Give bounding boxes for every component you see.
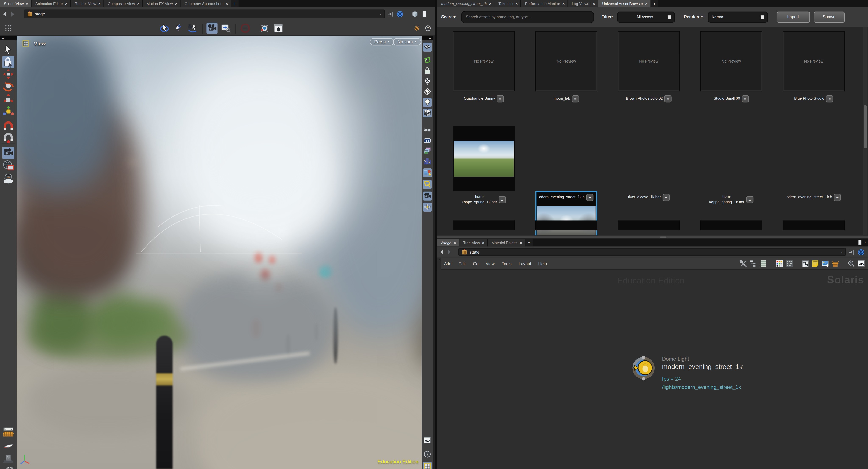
pin-icon[interactable] — [848, 248, 855, 256]
shape-palette-icon[interactable] — [785, 260, 794, 268]
camera-display-icon[interactable] — [423, 192, 432, 201]
pin-icon[interactable] — [387, 10, 394, 18]
close-tab-icon[interactable]: × — [562, 2, 565, 5]
radial-menu-icon[interactable] — [396, 10, 403, 18]
menu-tools[interactable]: Tools — [502, 261, 512, 266]
asset-menu-button[interactable]: ≡ — [586, 194, 594, 201]
panel-icon[interactable] — [857, 239, 863, 245]
info-icon[interactable]: i — [423, 450, 432, 459]
collapse-menu-icon[interactable]: ▲ — [437, 258, 441, 270]
normal-lighting-icon[interactable] — [423, 98, 432, 107]
view-mode-icon[interactable] — [187, 23, 198, 34]
asset-thumbnail[interactable] — [535, 221, 597, 231]
select-tool-icon[interactable] — [2, 44, 14, 56]
hide-ui-eye-icon[interactable] — [423, 436, 432, 445]
projection-button[interactable]: Persp▼ — [370, 38, 394, 46]
render-region-icon[interactable] — [2, 159, 14, 172]
select-mode-icon[interactable] — [159, 23, 170, 34]
asset-package-icon[interactable] — [832, 260, 839, 268]
panel-icon[interactable] — [421, 10, 428, 18]
list-layout-icon[interactable] — [760, 260, 767, 268]
background-image-icon[interactable] — [822, 260, 830, 268]
asset-menu-button[interactable]: ≡ — [834, 194, 841, 201]
menu-go[interactable]: Go — [473, 261, 478, 266]
secure-selection-icon[interactable] — [2, 56, 14, 68]
scene-notes-icon[interactable] — [2, 439, 14, 451]
close-tab-icon[interactable]: × — [226, 2, 228, 5]
network-tools-icon[interactable] — [740, 260, 747, 268]
selection-lasso-icon[interactable] — [423, 180, 432, 189]
stereo-view-icon[interactable] — [423, 126, 432, 135]
browser-tab-take-list[interactable]: Take List× — [495, 0, 521, 7]
asset-thumbnail[interactable]: No Preview — [783, 31, 845, 91]
browser-tab-universal-asset-browser[interactable]: Universal Asset Browser× — [598, 0, 651, 7]
find-node-icon[interactable] — [847, 260, 855, 268]
radial-menu-icon[interactable] — [858, 248, 865, 256]
scale-tool-icon[interactable] — [2, 92, 14, 105]
asset-menu-button[interactable]: ≡ — [662, 194, 670, 201]
plane-tiles-icon[interactable] — [423, 203, 432, 212]
no-lighting-icon[interactable] — [423, 77, 432, 86]
filter-dropdown[interactable]: All Assets — [618, 11, 675, 23]
scene-tab-motion-fx-view[interactable]: Motion FX View× — [143, 0, 181, 7]
shelf-tools-icon[interactable] — [2, 426, 14, 438]
spawn-button[interactable]: Spawn — [813, 11, 844, 23]
network-tab-stage[interactable]: /stage× — [437, 239, 459, 246]
asset-thumbnail[interactable] — [618, 221, 680, 231]
scrollbar-thumb[interactable] — [864, 105, 867, 148]
background-image-icon[interactable] — [423, 146, 432, 155]
lock-camera-icon[interactable] — [423, 66, 432, 75]
search-input[interactable] — [461, 11, 594, 23]
view-transform-icon[interactable] — [423, 56, 432, 65]
rotate-tool-icon[interactable] — [2, 80, 14, 92]
help-icon[interactable]: ? — [424, 24, 432, 32]
menu-help[interactable]: Help — [538, 261, 547, 266]
visibility-icon[interactable] — [858, 260, 865, 268]
view-tool-icon[interactable] — [2, 147, 14, 159]
viewport-render[interactable]: View Persp▼ No cam▼ Education Edition — [17, 36, 422, 469]
menu-add[interactable]: Add — [444, 261, 452, 266]
scene-path-field[interactable]: stage ▼ — [24, 9, 384, 18]
headlight-icon[interactable] — [423, 88, 432, 96]
menu-edit[interactable]: Edit — [459, 261, 466, 266]
handles-tool-icon[interactable] — [2, 105, 14, 117]
collapse-left-icon[interactable]: ◀ — [0, 36, 17, 40]
collapse-right-icon[interactable]: ▶ — [422, 36, 433, 40]
display-options-icon[interactable] — [273, 23, 284, 34]
close-tab-icon[interactable]: × — [645, 2, 648, 5]
asset-menu-button[interactable]: ≡ — [499, 196, 506, 203]
sticky-note-icon[interactable] — [812, 260, 819, 268]
render-view-icon[interactable] — [259, 23, 270, 34]
scene-tab-scene-view[interactable]: Scene View× — [0, 0, 32, 7]
snapshot-cube-icon[interactable] — [411, 10, 418, 18]
network-path-field[interactable]: stage ▼ — [458, 248, 846, 256]
asset-menu-button[interactable]: ≡ — [826, 95, 833, 102]
scene-tab-geometry-spreadsheet[interactable]: Geometry Spreadsheet× — [181, 0, 231, 7]
network-canvas[interactable]: Education Edition Solaris — [437, 270, 868, 469]
split-view-icon[interactable] — [423, 136, 432, 145]
asset-thumbnail[interactable]: No Preview — [618, 31, 680, 91]
pane-splitter[interactable] — [437, 235, 868, 239]
close-tab-icon[interactable]: × — [65, 2, 68, 5]
new-tab-icon[interactable]: + — [526, 239, 533, 246]
new-tab-icon[interactable]: + — [651, 0, 659, 7]
browser-tab-modern-evening-street-1k[interactable]: modern_evening_street_1k× — [437, 0, 495, 7]
browser-tab-log-viewer[interactable]: Log Viewer× — [568, 0, 598, 7]
scene-tab-composite-view[interactable]: Composite View× — [104, 0, 143, 7]
forward-icon[interactable] — [446, 250, 452, 255]
toolbar-drag-handle-icon[interactable] — [4, 24, 12, 32]
back-icon[interactable] — [439, 250, 444, 255]
forward-icon[interactable] — [9, 11, 16, 17]
network-tab-material-palette[interactable]: Material Palette× — [488, 239, 525, 246]
asset-thumbnail[interactable]: No Preview — [453, 31, 515, 91]
frame-view-icon[interactable] — [220, 23, 231, 34]
camera-select-button[interactable]: No cam▼ — [393, 38, 421, 46]
asset-menu-button[interactable]: ≡ — [746, 196, 753, 203]
close-tab-icon[interactable]: × — [98, 2, 101, 5]
close-tab-icon[interactable]: × — [26, 2, 28, 5]
network-tab-tree-view[interactable]: Tree View× — [459, 239, 488, 246]
snap-tool-icon[interactable] — [2, 120, 14, 132]
scene-tab-animation-editor[interactable]: Animation Editor× — [32, 0, 71, 7]
scene-tab-render-view[interactable]: Render View× — [71, 0, 104, 7]
grid-display-icon[interactable] — [423, 42, 432, 52]
